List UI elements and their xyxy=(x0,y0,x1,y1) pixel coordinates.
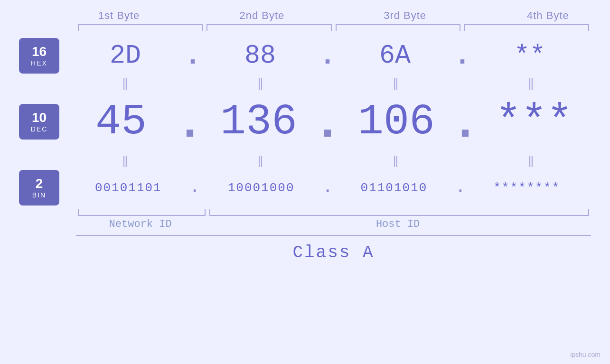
bin-badge: 2 BIN xyxy=(19,170,59,205)
dec-dot1: . xyxy=(176,93,204,151)
hex-byte4: ** xyxy=(469,41,591,71)
bin-byte2: 10001000 xyxy=(197,181,326,195)
dec-badge-number: 10 xyxy=(32,111,47,125)
bin-byte4: ******** xyxy=(462,181,591,195)
byte4-header: 4th Byte xyxy=(477,9,610,22)
hex-badge: 16 HEX xyxy=(19,38,59,74)
watermark: ipshu.com xyxy=(570,351,601,358)
equals-row-2: || || || || xyxy=(19,151,591,170)
dec-byte1: 45 xyxy=(64,98,178,146)
equals-row-1: || || || || xyxy=(19,74,591,93)
byte1-header: 1st Byte xyxy=(47,9,190,22)
dec-badge-label: DEC xyxy=(31,125,48,133)
bracket-1 xyxy=(78,24,203,31)
hex-badge-number: 16 xyxy=(32,45,47,59)
bin-values: 00101101 . 10001000 . 01101010 . *******… xyxy=(64,179,591,196)
equals-content-1: || || || || xyxy=(64,76,591,91)
hex-byte2: 88 xyxy=(199,41,321,71)
eq8: || xyxy=(470,153,591,168)
bracket-4 xyxy=(464,24,589,31)
dec-values: 45 . 136 . 106 . *** xyxy=(64,93,591,151)
hex-byte1: 2D xyxy=(64,41,187,71)
dec-byte4: *** xyxy=(477,98,591,146)
equals-content-2: || || || || xyxy=(64,153,591,168)
eq5: || xyxy=(64,153,185,168)
dec-dot2: . xyxy=(313,93,342,151)
bin-byte1: 00101101 xyxy=(64,181,193,195)
byte-headers: 1st Byte 2nd Byte 3rd Byte 4th Byte xyxy=(47,9,610,22)
bracket-2 xyxy=(206,24,331,31)
bottom-brackets xyxy=(76,209,591,216)
main-container: 1st Byte 2nd Byte 3rd Byte 4th Byte 16 H… xyxy=(0,0,610,364)
hex-byte3: 6A xyxy=(334,41,456,71)
host-bracket xyxy=(209,209,589,216)
eq1: || xyxy=(64,76,185,91)
byte2-header: 2nd Byte xyxy=(190,9,333,22)
eq6: || xyxy=(199,153,320,168)
network-bracket xyxy=(78,209,206,216)
dec-dot3: . xyxy=(451,93,479,151)
byte3-header: 3rd Byte xyxy=(334,9,477,22)
host-id-label: Host ID xyxy=(205,218,591,230)
bin-badge-number: 2 xyxy=(36,177,43,191)
class-label: Class A xyxy=(292,243,374,262)
dec-row: 10 DEC 45 . 136 . 106 . *** xyxy=(19,93,591,151)
bracket-3 xyxy=(336,24,460,31)
top-brackets xyxy=(76,24,591,31)
eq7: || xyxy=(335,153,456,168)
network-id-label: Network ID xyxy=(76,218,205,230)
id-labels: Network ID Host ID xyxy=(76,218,591,230)
eq4: || xyxy=(470,76,591,91)
dec-byte3: 106 xyxy=(339,98,453,146)
bin-row: 2 BIN 00101101 . 10001000 . 01101010 . *… xyxy=(19,170,591,205)
eq3: || xyxy=(335,76,456,91)
dec-badge: 10 DEC xyxy=(19,104,59,140)
hex-badge-label: HEX xyxy=(31,59,47,67)
eq2: || xyxy=(199,76,320,91)
hex-values: 2D . 88 . 6A . ** xyxy=(64,40,591,72)
bin-byte3: 01101010 xyxy=(330,181,459,195)
class-row: Class A xyxy=(76,235,591,262)
dec-byte2: 136 xyxy=(202,98,316,146)
bin-badge-label: BIN xyxy=(32,191,46,199)
hex-row: 16 HEX 2D . 88 . 6A . ** xyxy=(19,38,591,74)
